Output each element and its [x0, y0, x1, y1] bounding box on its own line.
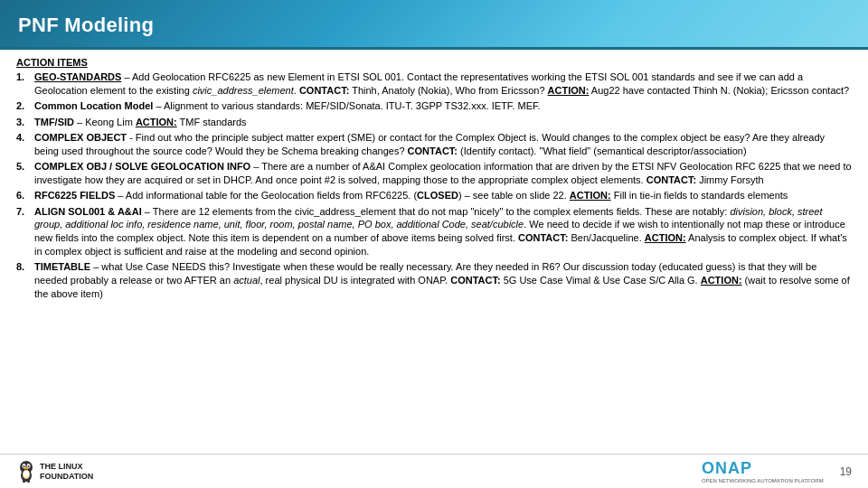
page-title: PNF Modeling: [18, 14, 154, 37]
svg-point-4: [28, 465, 30, 467]
item-text: Common Location Model – Alignment to var…: [34, 99, 852, 113]
svg-point-8: [24, 470, 29, 476]
svg-rect-9: [23, 480, 25, 483]
item-text: COMPLEX OBJECT - Find out who the princi…: [34, 131, 852, 158]
linux-foundation-text: THE LINUX FOUNDATION: [40, 462, 93, 482]
list-item: 1. GEO-STANDARDS – Add Geolocation RFC62…: [16, 70, 852, 98]
list-item: 4. COMPLEX OBJECT - Find out who the pri…: [16, 131, 852, 158]
item-text: GEO-STANDARDS – Add Geolocation RFC6225 …: [34, 70, 852, 98]
item-number: 6.: [16, 189, 34, 202]
main-content: ACTION ITEMS 1. GEO-STANDARDS – Add Geol…: [0, 50, 868, 454]
item-number: 2.: [16, 99, 34, 113]
item-number: 8.: [16, 260, 34, 301]
list-item: 3. TMF/SID – Keong Lim ACTION: TMF stand…: [16, 116, 852, 129]
onap-logo: ONAP OPEN NETWORKING AUTOMATION PLATFORM: [702, 459, 824, 483]
item-text: RFC6225 FIELDS – Add informational table…: [34, 189, 852, 202]
list-item: 7. ALIGN SOL001 & A&AI – There are 12 el…: [16, 205, 852, 258]
item-number: 7.: [16, 205, 34, 258]
linux-foundation-logo: THE LINUX FOUNDATION: [16, 460, 93, 483]
list-item: 8. TIMETABLE – what Use Case NEEDS this?…: [16, 260, 852, 301]
tux-icon: [16, 460, 36, 483]
onap-sub-text: OPEN NETWORKING AUTOMATION PLATFORM: [702, 478, 824, 483]
item-number: 5.: [16, 160, 34, 187]
item-text: ALIGN SOL001 & A&AI – There are 12 eleme…: [34, 205, 852, 258]
item-number: 4.: [16, 131, 34, 158]
footer-right: ONAP OPEN NETWORKING AUTOMATION PLATFORM…: [702, 459, 852, 483]
action-items-list: 1. GEO-STANDARDS – Add Geolocation RFC62…: [16, 70, 852, 301]
item-number: 1.: [16, 70, 34, 98]
action-items-label: ACTION ITEMS: [16, 57, 852, 68]
footer-left: THE LINUX FOUNDATION: [16, 460, 93, 483]
item-number: 3.: [16, 116, 34, 129]
page-header: PNF Modeling: [0, 0, 868, 47]
item-text: TIMETABLE – what Use Case NEEDS this? In…: [34, 260, 852, 301]
item-text: COMPLEX OBJ / SOLVE GEOLOCATION INFO – T…: [34, 160, 852, 187]
list-item: 6. RFC6225 FIELDS – Add informational ta…: [16, 189, 852, 202]
onap-text: ONAP: [702, 459, 752, 477]
svg-rect-10: [27, 480, 30, 483]
svg-point-3: [24, 465, 25, 467]
list-item: 2. Common Location Model – Alignment to …: [16, 99, 852, 113]
list-item: 5. COMPLEX OBJ / SOLVE GEOLOCATION INFO …: [16, 160, 852, 187]
page-footer: THE LINUX FOUNDATION ONAP OPEN NETWORKIN…: [0, 454, 868, 488]
page-number: 19: [840, 465, 852, 478]
item-text: TMF/SID – Keong Lim ACTION: TMF standard…: [34, 116, 852, 129]
